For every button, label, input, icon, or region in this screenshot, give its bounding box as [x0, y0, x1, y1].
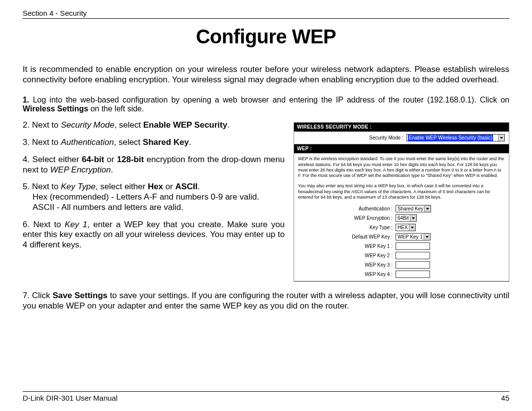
wep-key-2-label: WEP Key 2 : — [298, 253, 396, 258]
step-text: , select — [114, 137, 143, 147]
wep-encryption-label: WEP Encryption : — [298, 215, 396, 221]
step-text: 6. Next to — [23, 220, 65, 229]
wep-key-2-input[interactable] — [396, 252, 430, 259]
default-wep-key-value: WEP Key 1 — [398, 234, 423, 240]
panel-header-security-mode: WIRELESS SECURITY MODE : — [294, 123, 509, 132]
wep-encryption-select[interactable]: 64Bit — [396, 214, 417, 222]
step-4: 4. Select either 64-bit or 128-bit encry… — [23, 155, 285, 175]
key-type-label: Key Type : — [298, 225, 396, 230]
steps-column: 2. Next to Security Mode, select Enable … — [23, 120, 285, 257]
step-text: 7. Click — [23, 291, 53, 300]
key-type-select[interactable]: HEX — [396, 224, 416, 231]
step-text: Log into the web-based configuration by … — [29, 96, 509, 104]
section-header: Section 4 - Security — [23, 9, 509, 19]
wep-key-1-input[interactable] — [396, 242, 430, 250]
page-footer: D-Link DIR-301 User Manual 45 — [23, 391, 509, 402]
wep-key-4-label: WEP Key 4 : — [298, 272, 396, 277]
wep-key-1-label: WEP Key 1 : — [298, 243, 396, 249]
step-text: . — [189, 137, 191, 147]
italic-term: Security Mode — [61, 120, 114, 130]
router-ui-screenshot: WIRELESS SECURITY MODE : Security Mode :… — [294, 122, 509, 282]
step-3: 3. Next to Authentication, select Shared… — [23, 137, 285, 148]
security-mode-value: Enable WEP Wireless Security (basic) — [408, 135, 493, 141]
step-subtext: Hex (recommended) - Letters A-F and numb… — [33, 192, 285, 203]
security-mode-select[interactable]: Enable WEP Wireless Security (basic) — [406, 134, 505, 141]
chevron-down-icon[interactable] — [498, 135, 504, 141]
step-5: 5. Next to Key Type, select either Hex o… — [23, 182, 285, 212]
step-text: . — [227, 120, 230, 130]
step-6: 6. Next to Key 1, enter a WEP key that y… — [23, 220, 285, 250]
default-wep-key-select[interactable]: WEP Key 1 — [396, 233, 431, 240]
italic-term: Key Type — [61, 182, 96, 191]
step-text: on the left side. — [88, 104, 144, 113]
wep-key-3-label: WEP Key 3 : — [298, 262, 396, 268]
step-text: or — [104, 155, 117, 164]
step-text: or — [163, 182, 175, 191]
chevron-down-icon[interactable] — [424, 234, 430, 240]
bold-term: 64-bit — [82, 155, 104, 164]
wep-key-4-input[interactable] — [396, 271, 430, 278]
panel-header-wep: WEP : — [294, 144, 509, 153]
bold-term: Wireless Settings — [23, 104, 88, 113]
wep-key-3-input[interactable] — [396, 261, 430, 269]
step-subtext: ASCII - All numbers and letters are vali… — [33, 203, 285, 213]
wep-description-1: WEP is the wireless encryption standard.… — [298, 156, 505, 178]
step-text: . — [111, 165, 113, 174]
security-mode-label: Security Mode : — [369, 135, 403, 140]
italic-term: Key 1 — [65, 220, 87, 229]
bold-term: Shared Key — [143, 137, 189, 147]
chevron-down-icon[interactable] — [410, 215, 416, 221]
step-text: 2. Next to — [23, 120, 61, 130]
authentication-select[interactable]: Shared Key — [396, 205, 431, 212]
intro-paragraph: It is recommended to enable encryption o… — [23, 65, 509, 85]
bold-term: ASCII — [175, 182, 198, 191]
step-text: . — [198, 182, 200, 191]
italic-term: WEP Encryption — [50, 165, 111, 174]
step-text: , select either — [96, 182, 148, 191]
step-2: 2. Next to Security Mode, select Enable … — [23, 120, 285, 131]
step-text: 5. Next to — [23, 182, 61, 191]
chevron-down-icon[interactable] — [409, 224, 415, 231]
page-title: Configure WEP — [23, 26, 509, 48]
footer-left: D-Link DIR-301 User Manual — [23, 394, 118, 402]
bold-term: Hex — [148, 182, 163, 191]
key-type-value: HEX — [398, 225, 408, 230]
default-wep-key-label: Default WEP Key : — [298, 234, 396, 240]
bold-term: Save Settings — [53, 291, 108, 300]
wep-encryption-value: 64Bit — [398, 215, 409, 221]
bold-term: 128-bit — [117, 155, 144, 164]
step-7: 7. Click Save Settings to save your sett… — [23, 291, 509, 311]
step-text: , select — [114, 120, 143, 130]
step-text: 3. Next to — [23, 137, 61, 147]
chevron-down-icon[interactable] — [424, 206, 431, 212]
authentication-value: Shared Key — [398, 206, 423, 211]
step-1: 1. Log into the web-based configuration … — [23, 96, 509, 113]
bold-term: Enable WEP Security — [143, 120, 228, 130]
italic-term: Authentication — [61, 137, 114, 147]
step-text: 4. Select either — [23, 155, 82, 164]
authentication-label: Authentication : — [298, 206, 396, 211]
wep-description-2: You may also enter any text string into … — [298, 183, 505, 200]
footer-page-number: 45 — [501, 394, 509, 402]
step-number: 1. — [23, 96, 29, 104]
